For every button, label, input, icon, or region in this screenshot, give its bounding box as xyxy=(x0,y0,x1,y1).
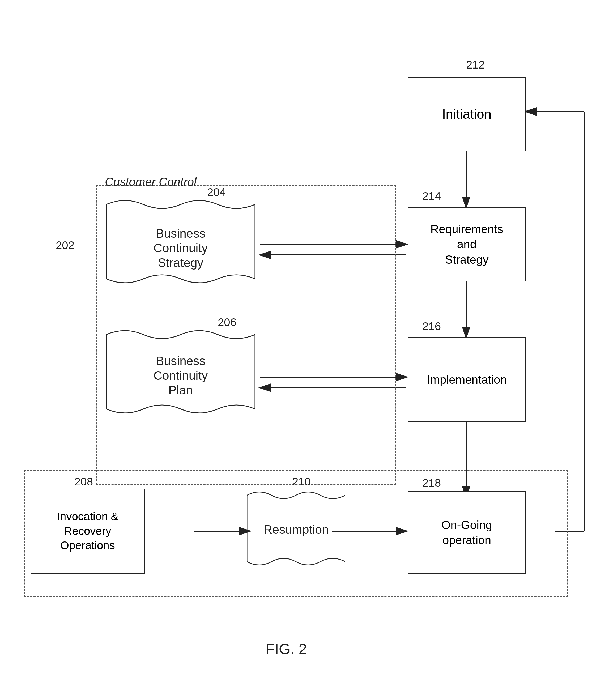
bcp-wavy-svg: Business Continuity Plan xyxy=(106,327,255,427)
ongoing-operation-box: On-Going operation xyxy=(408,491,526,573)
requirements-strategy-box: Requirements and Strategy xyxy=(408,207,526,281)
bcs-wavy-svg: Business Continuity Strategy xyxy=(106,197,255,298)
initiation-box: Initiation xyxy=(408,77,526,151)
label-204: 204 xyxy=(207,186,226,199)
svg-text:Continuity: Continuity xyxy=(154,369,208,382)
ongoing-operation-label: On-Going operation xyxy=(441,517,492,547)
invocation-recovery-label: Invocation & Recovery Operations xyxy=(57,509,118,553)
resumption-wavy-svg: Resumption xyxy=(247,489,345,573)
label-216: 216 xyxy=(422,320,441,333)
svg-text:Business: Business xyxy=(156,226,206,240)
svg-text:Plan: Plan xyxy=(168,383,193,397)
implementation-label: Implementation xyxy=(427,372,507,387)
svg-text:Business: Business xyxy=(156,354,206,368)
requirements-strategy-label: Requirements and Strategy xyxy=(431,222,503,267)
svg-text:Continuity: Continuity xyxy=(154,241,208,255)
label-208: 208 xyxy=(74,475,93,488)
customer-control-label: Customer Control xyxy=(105,175,197,188)
label-210: 210 xyxy=(292,475,311,488)
svg-text:Strategy: Strategy xyxy=(158,256,203,269)
initiation-label: Initiation xyxy=(442,106,491,123)
label-218: 218 xyxy=(422,477,441,489)
figure-caption: FIG. 2 xyxy=(265,640,307,658)
svg-text:Resumption: Resumption xyxy=(263,523,328,537)
label-212: 212 xyxy=(466,58,485,71)
label-202: 202 xyxy=(56,239,74,252)
diagram: Initiation 212 Requirements and Strategy… xyxy=(0,0,613,700)
invocation-recovery-box: Invocation & Recovery Operations xyxy=(30,489,145,573)
label-206: 206 xyxy=(218,316,236,329)
label-214: 214 xyxy=(422,190,441,203)
implementation-box: Implementation xyxy=(408,337,526,422)
